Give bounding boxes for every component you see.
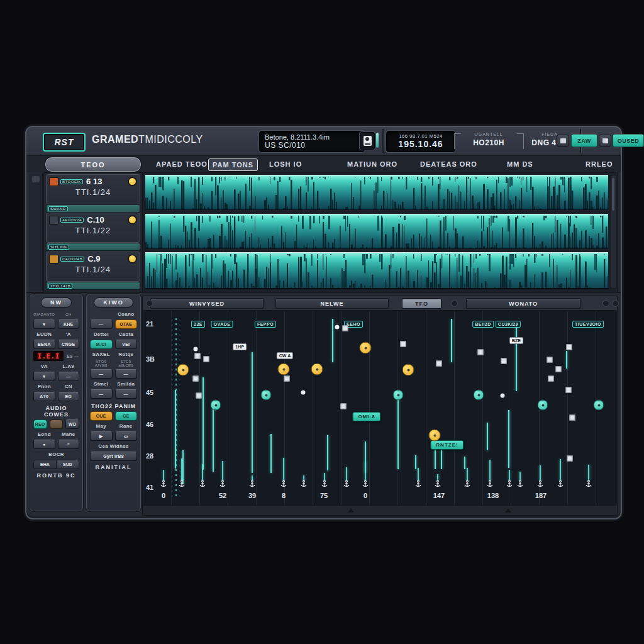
view-button-nelwe[interactable]: NELWE — [275, 298, 389, 309]
note-line[interactable] — [516, 323, 517, 391]
note-line[interactable] — [487, 423, 488, 450]
anchor-tick-icon[interactable] — [249, 479, 255, 491]
pattern-grid[interactable]: 213B4546284123EOVADEFEPPOEEHOBEII2DCU3KI… — [142, 310, 618, 506]
dash-icon-button[interactable]: — — [58, 372, 80, 381]
oused-button[interactable]: OUSED — [613, 134, 644, 147]
note-dot-white[interactable] — [335, 325, 340, 330]
note-dot-teal[interactable] — [474, 390, 484, 401]
note-line[interactable] — [415, 455, 416, 469]
note-square[interactable] — [195, 353, 201, 359]
waveform-track-1[interactable] — [145, 175, 608, 210]
grid-badge-outline[interactable]: FEPPO — [255, 321, 276, 328]
note-square[interactable] — [401, 341, 406, 347]
note-line[interactable] — [451, 319, 452, 362]
chev-icon-button[interactable]: ▾ — [33, 319, 55, 329]
grid-badge-outline[interactable]: TIUEV3OIO — [572, 321, 604, 328]
rect-icon-button[interactable]: ▭ — [115, 431, 138, 441]
note-line[interactable] — [327, 435, 328, 470]
anchor-tick-icon[interactable] — [219, 479, 226, 491]
grid-badge-solid[interactable]: OMI:8 — [352, 412, 380, 421]
panel-button[interactable]: GE — [115, 411, 138, 421]
note-line[interactable] — [270, 434, 272, 473]
note-square[interactable] — [436, 361, 442, 367]
anchor-tick-icon[interactable] — [586, 479, 592, 491]
grid-badge-outline[interactable]: CU3KI29 — [496, 321, 521, 328]
track-strip-1[interactable]: SWAND — [46, 204, 140, 213]
anchor-tick-icon[interactable] — [301, 479, 307, 491]
note-dot-teal[interactable] — [393, 390, 404, 401]
note-line[interactable] — [566, 351, 567, 369]
anchor-tick-icon[interactable] — [464, 479, 470, 491]
scrollbar-thumb[interactable] — [612, 178, 614, 211]
play-icon-button[interactable]: ▶ — [90, 431, 113, 441]
anchor-tick-icon[interactable] — [487, 479, 493, 491]
panel-header-right[interactable]: KIWO — [94, 297, 133, 308]
tab-pam-tons[interactable]: PAM TONS — [208, 158, 258, 171]
panel-button[interactable]: OUE — [90, 411, 113, 421]
track-card-3[interactable]: CAOKIIABC.9TTI.1/24 — [46, 252, 140, 282]
note-line[interactable] — [213, 401, 214, 472]
anchor-tick-icon[interactable] — [199, 479, 206, 491]
tab-losh-io[interactable]: LOSH IO — [265, 158, 306, 170]
grid-badge-white[interactable]: CW A — [277, 352, 293, 359]
note-dot-teal[interactable] — [211, 400, 221, 411]
note-line[interactable] — [508, 410, 509, 468]
anchor-tick-icon[interactable] — [517, 479, 523, 491]
panel-button[interactable]: BENA — [33, 340, 55, 349]
utility-button-2[interactable] — [599, 135, 611, 147]
view-button-wonato[interactable]: WONATO — [466, 298, 580, 309]
anchor-tick-icon[interactable] — [415, 479, 421, 491]
dash-icon-button[interactable]: — — [115, 389, 138, 399]
dash-icon-button[interactable]: — — [90, 369, 113, 379]
note-square[interactable] — [547, 357, 553, 363]
anchor-tick-icon[interactable] — [160, 479, 167, 491]
panel-button[interactable]: VEI — [115, 340, 138, 349]
split-button[interactable]: EHASUD — [33, 460, 79, 469]
anchor-tick-icon[interactable] — [537, 479, 543, 491]
waveform-track-3[interactable] — [145, 252, 608, 289]
panel-button[interactable]: KHE — [58, 319, 80, 329]
note-square[interactable] — [501, 358, 507, 364]
chev-icon-button[interactable]: ▾ — [33, 372, 55, 381]
note-square[interactable] — [548, 376, 554, 382]
note-dot-yellow[interactable] — [311, 364, 323, 375]
note-line[interactable] — [441, 449, 442, 469]
note-square[interactable] — [567, 345, 572, 350]
lines-icon-button[interactable]: ≡ — [58, 440, 80, 449]
grid-badge-outline[interactable]: BEII2D — [472, 321, 494, 328]
eject-button[interactable] — [360, 132, 375, 150]
grid-badge-solid[interactable]: RNTZE! — [430, 440, 464, 450]
anchor-tick-icon[interactable] — [506, 479, 513, 491]
anchor-tick-icon[interactable] — [343, 479, 350, 491]
tab-deateas-oro[interactable]: DEATEAS ORO — [416, 158, 481, 170]
panel-header-left[interactable]: NW — [41, 297, 72, 308]
panel-button[interactable]: EO — [58, 392, 80, 401]
panel-button[interactable]: CNGE — [58, 340, 80, 349]
split-right[interactable]: SUD — [57, 460, 79, 469]
panel-button[interactable]: WD — [65, 419, 79, 429]
panel-button[interactable]: OTAE — [115, 319, 138, 329]
tab-apaed-teoo[interactable]: APAED TEOO — [152, 158, 211, 170]
note-square[interactable] — [204, 357, 209, 362]
note-square[interactable] — [343, 326, 348, 331]
note-line[interactable] — [252, 352, 253, 473]
view-button-winvysed[interactable]: WINVYSED — [150, 298, 264, 309]
note-line[interactable] — [332, 319, 333, 362]
anchor-tick-icon[interactable] — [435, 479, 441, 491]
note-square[interactable] — [478, 350, 484, 355]
zaw-button[interactable]: ZAW — [571, 134, 597, 147]
anchor-tick-icon[interactable] — [557, 479, 564, 491]
track-card-2[interactable]: AEIIOV2AC.10TTI.1/22 — [46, 213, 140, 243]
note-dot-white[interactable] — [501, 394, 505, 398]
note-square[interactable] — [284, 376, 290, 382]
dash-icon-button[interactable]: — — [115, 369, 138, 379]
note-square[interactable] — [341, 404, 347, 409]
note-square[interactable] — [570, 415, 575, 421]
tab-mm-ds[interactable]: MM DS — [503, 158, 537, 170]
note-dot-yellow[interactable] — [402, 364, 414, 376]
track-card-1[interactable]: BTOOEIK6 13TTI.1/24 — [46, 174, 140, 204]
note-dot-teal[interactable] — [261, 390, 272, 401]
note-dot-yellow[interactable] — [177, 364, 189, 376]
track-strip-3[interactable]: 3TXL141B — [46, 282, 140, 290]
anchor-tick-icon[interactable] — [280, 479, 287, 491]
